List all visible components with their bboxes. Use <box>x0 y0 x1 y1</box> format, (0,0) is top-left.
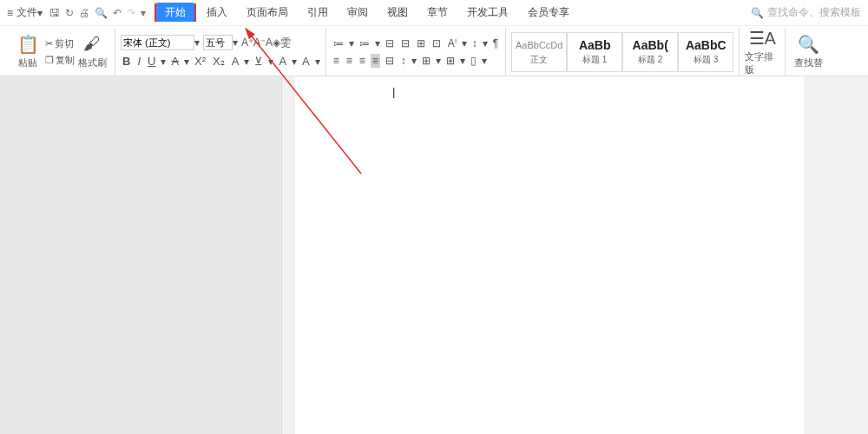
char-border-button[interactable]: A <box>300 54 312 69</box>
caret-icon[interactable]: ▾ <box>462 37 467 49</box>
save-icon[interactable]: 🖫 <box>49 7 60 19</box>
group-styles: AaBbCcDd 正文 AaBb 标题 1 AaBb( 标题 2 AaBbC 标… <box>506 28 740 76</box>
workspace: | <box>0 76 868 434</box>
style-normal[interactable]: AaBbCcDd 正文 <box>511 32 567 72</box>
cut-button[interactable]: ✂ 剪切 <box>45 37 75 50</box>
font-size-input[interactable] <box>203 35 233 50</box>
group-paragraph: ≔▾ ≔▾ ⊟ ⊟ ⊞ ⊡ Aˡ▾ ↕▾ ¶ ≡ ≡ ≡ ≡ ⊟ ↕▾ ⊞▾ ⊞… <box>326 28 506 76</box>
font-buttons-row: B I U ▾ A ▾ X² X₂ A ▾ ⊻ ▾ A ▾ A ▾ <box>121 54 320 69</box>
tab-page-layout[interactable]: 页面布局 <box>238 2 297 23</box>
strikethrough-button[interactable]: A <box>169 54 181 69</box>
font-color-caret-icon[interactable]: ▾ <box>244 56 249 68</box>
tab-chapter[interactable]: 章节 <box>418 2 457 23</box>
tab-references[interactable]: 引用 <box>299 2 337 23</box>
tab-home[interactable]: 开始 <box>156 3 194 22</box>
caret-icon[interactable]: ▾ <box>460 55 465 67</box>
numbering-button[interactable]: ≔ <box>358 36 372 50</box>
group-font: ▾ ▾ A⁺ A⁻ A ◈ 雯 B I U ▾ A ▾ X² X₂ A <box>115 28 326 76</box>
refresh-icon[interactable]: ↻ <box>65 7 74 19</box>
borders-button[interactable]: ⊞ <box>444 54 457 68</box>
style-name: 标题 3 <box>694 54 718 66</box>
style-heading3[interactable]: AaBbC 标题 3 <box>678 32 733 72</box>
caret-icon[interactable]: ▾ <box>411 55 417 67</box>
caret-icon[interactable]: ▾ <box>482 55 487 67</box>
sort-button[interactable]: ⊞ <box>415 36 427 50</box>
align-left-button[interactable]: ≡ <box>332 54 341 68</box>
font-size-caret-icon[interactable]: ▾ <box>233 36 238 49</box>
italic-button[interactable]: I <box>135 54 142 69</box>
style-heading2[interactable]: AaBb( 标题 2 <box>622 32 678 72</box>
tab-view[interactable]: 视图 <box>378 2 417 23</box>
char-shading-button[interactable]: A <box>277 54 288 69</box>
preview-icon[interactable]: 🔍 <box>95 7 108 19</box>
line-spacing2-button[interactable]: ↕ <box>399 54 408 68</box>
print-icon[interactable]: 🖨 <box>79 7 89 19</box>
font-family-input[interactable] <box>121 35 194 50</box>
char-shading-caret-icon[interactable]: ▾ <box>292 56 297 68</box>
align-justify-button[interactable]: ≡ <box>371 54 380 68</box>
style-preview: AaBbC <box>686 38 727 52</box>
paste-button[interactable]: 📋 粘贴 <box>10 34 45 69</box>
line-spacing-button[interactable]: ↕ <box>470 36 479 50</box>
distribute-button[interactable]: ⊟ <box>384 54 396 68</box>
style-preview: AaBb <box>579 38 611 52</box>
tab-member[interactable]: 会员专享 <box>519 2 578 23</box>
caret-icon[interactable]: ▾ <box>436 55 441 67</box>
underline-caret-icon[interactable]: ▾ <box>161 56 166 68</box>
decrease-font-button[interactable]: A⁻ <box>253 36 266 49</box>
tabs-dialog-button[interactable]: ▯ <box>469 54 478 68</box>
char-border-caret-icon[interactable]: ▾ <box>315 56 320 68</box>
style-preview: AaBb( <box>633 38 668 52</box>
style-heading1[interactable]: AaBb 标题 1 <box>567 32 622 72</box>
paragraph-row-top: ≔▾ ≔▾ ⊟ ⊟ ⊞ ⊡ Aˡ▾ ↕▾ ¶ <box>332 36 500 50</box>
subscript-button[interactable]: X₂ <box>211 54 227 69</box>
tab-review[interactable]: 审阅 <box>339 2 377 23</box>
increase-indent-button[interactable]: ⊟ <box>399 36 411 50</box>
align-right-button[interactable]: ≡ <box>358 54 367 68</box>
strike-caret-icon[interactable]: ▾ <box>184 56 189 68</box>
bold-button[interactable]: B <box>121 54 132 69</box>
style-name: 正文 <box>530 54 548 66</box>
highlight-button[interactable]: ⊻ <box>253 54 265 69</box>
styles-gallery[interactable]: AaBbCcDd 正文 AaBb 标题 1 AaBb( 标题 2 AaBbC 标… <box>511 32 733 72</box>
find-replace-button[interactable]: 🔍 查找替 <box>791 34 825 69</box>
undo-icon[interactable]: ↶ <box>113 7 122 19</box>
file-menu[interactable]: ≡ 文件 ▾ <box>7 5 43 20</box>
caret-icon[interactable]: ▾ <box>483 37 488 49</box>
highlight-caret-icon[interactable]: ▾ <box>268 56 273 68</box>
paragraph-mark-button[interactable]: ¶ <box>491 36 500 50</box>
decrease-indent-button[interactable]: ⊟ <box>384 36 396 50</box>
bullets-button[interactable]: ≔ <box>332 36 345 50</box>
redo-icon[interactable]: ↷ <box>127 7 135 19</box>
file-menu-caret-icon: ▾ <box>37 7 43 19</box>
caret-icon[interactable]: ▾ <box>349 37 354 49</box>
shading-button[interactable]: ⊞ <box>420 54 432 68</box>
asian-layout-button[interactable]: Aˡ <box>446 36 458 50</box>
tab-insert[interactable]: 插入 <box>198 2 236 23</box>
tab-developer[interactable]: 开发工具 <box>458 2 517 23</box>
group-clipboard: 📋 粘贴 ✂ 剪切 ❐ 复制 🖌 格式刷 <box>5 28 115 76</box>
copy-button[interactable]: ❐ 复制 <box>45 54 75 67</box>
superscript-button[interactable]: X² <box>193 54 207 69</box>
copy-label: 复制 <box>56 54 75 67</box>
format-painter-button[interactable]: 🖌 格式刷 <box>75 34 109 69</box>
toggle-marks-button[interactable]: ⊡ <box>431 36 443 50</box>
text-arrange-button[interactable]: ☰A 文字排版 <box>745 28 779 76</box>
find-replace-icon: 🔍 <box>798 34 819 56</box>
search-box[interactable]: 🔍 查找命令、搜索模板 <box>751 5 861 20</box>
font-color-button[interactable]: A <box>230 54 241 69</box>
underline-button[interactable]: U <box>146 54 157 69</box>
caret-icon[interactable]: ▾ <box>375 37 380 49</box>
ribbon-tabs: 开始 插入 页面布局 引用 审阅 视图 章节 开发工具 会员专享 <box>155 2 578 23</box>
align-center-button[interactable]: ≡ <box>345 54 354 68</box>
format-painter-label: 格式刷 <box>78 56 107 69</box>
change-case-button[interactable]: A <box>266 36 273 49</box>
search-icon: 🔍 <box>751 7 764 19</box>
navigation-panel[interactable] <box>0 76 282 434</box>
font-controls: ▾ ▾ A⁺ A⁻ A ◈ 雯 B I U ▾ A ▾ X² X₂ A <box>121 35 320 69</box>
increase-font-button[interactable]: A⁺ <box>241 36 253 49</box>
qat-dropdown-icon[interactable]: ▾ <box>141 7 146 19</box>
clear-format-button[interactable]: ◈ <box>273 36 280 49</box>
document-page[interactable]: | <box>295 76 804 434</box>
text-effect-button[interactable]: 雯 <box>280 36 291 50</box>
